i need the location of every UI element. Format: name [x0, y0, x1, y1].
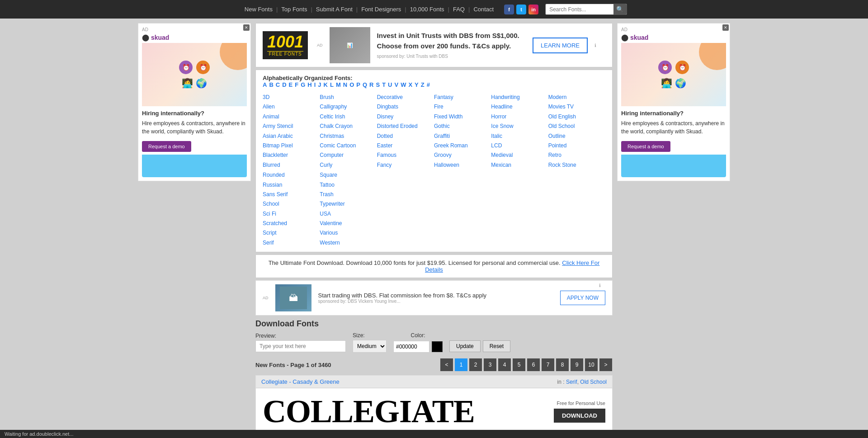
cat-old-school[interactable]: Old School — [548, 122, 605, 131]
alpha-V[interactable]: V — [394, 81, 398, 88]
ad-cta-button[interactable]: Request a demo — [142, 141, 191, 152]
page-7-button[interactable]: 7 — [541, 358, 555, 372]
cat-distorted-eroded[interactable]: Distorted Eroded — [377, 122, 434, 131]
cat-old-english[interactable]: Old English — [548, 112, 605, 121]
cat-movies-tv[interactable]: Movies TV — [548, 102, 605, 111]
cat-alien[interactable]: Alien — [263, 102, 320, 111]
alpha-H[interactable]: H — [307, 81, 311, 88]
alpha-T[interactable]: T — [382, 81, 386, 88]
nav-faq[interactable]: FAQ — [449, 6, 468, 13]
cat-comic-cartoon[interactable]: Comic Cartoon — [320, 141, 377, 150]
page-3-button[interactable]: 3 — [483, 358, 497, 372]
cat-russian[interactable]: Russian — [263, 180, 320, 189]
search-box[interactable]: 🔍 — [545, 4, 627, 15]
preview-input[interactable] — [255, 340, 346, 352]
font-name-collegiate[interactable]: Collegiate - Casady & Greene — [261, 378, 340, 385]
cat-scratched[interactable]: Scratched — [263, 219, 320, 228]
alpha-F[interactable]: F — [295, 81, 298, 88]
cat-fire[interactable]: Fire — [434, 102, 491, 111]
dbs-ad-info-icon[interactable]: ℹ — [599, 283, 601, 288]
nav-font-designers[interactable]: Font Designers — [358, 6, 405, 13]
ad-info-icon[interactable]: ℹ — [594, 43, 596, 48]
cat-blackletter[interactable]: Blackletter — [263, 151, 320, 160]
cat-rock-stone[interactable]: Rock Stone — [548, 160, 605, 170]
cat-modern[interactable]: Modern — [548, 93, 605, 102]
alpha-K[interactable]: K — [324, 81, 328, 88]
cat-famous[interactable]: Famous — [377, 151, 434, 160]
cat-sans-serif[interactable]: Sans Serif — [263, 190, 320, 199]
facebook-icon[interactable]: f — [504, 5, 514, 14]
cat-fixed-width[interactable]: Fixed Width — [434, 112, 491, 121]
cat-chalk-crayon[interactable]: Chalk Crayon — [320, 122, 377, 131]
alpha-Z[interactable]: Z — [421, 81, 425, 88]
twitter-icon[interactable]: t — [516, 5, 526, 14]
cat-dotted[interactable]: Dotted — [377, 132, 434, 141]
cat-celtic-irish[interactable]: Celtic Irish — [320, 112, 377, 121]
cat-dingbats[interactable]: Dingbats — [377, 102, 434, 111]
update-button[interactable]: Update — [449, 340, 481, 352]
cat-animal[interactable]: Animal — [263, 112, 320, 121]
page-1-button[interactable]: 1 — [454, 358, 468, 372]
cat-medieval[interactable]: Medieval — [491, 151, 548, 160]
page-9-button[interactable]: 9 — [570, 358, 584, 372]
prev-page-button[interactable]: < — [440, 358, 453, 372]
cat-square[interactable]: Square — [320, 170, 377, 179]
page-8-button[interactable]: 8 — [556, 358, 569, 372]
right-ad-close-button[interactable]: ✕ — [722, 24, 729, 31]
cat-retro[interactable]: Retro — [548, 151, 605, 160]
cat-brush[interactable]: Brush — [320, 93, 377, 102]
nav-10000-fonts[interactable]: 10,000 Fonts — [406, 6, 448, 13]
cat-calligraphy[interactable]: Calligraphy — [320, 102, 377, 111]
alpha-U[interactable]: U — [388, 81, 392, 88]
search-input[interactable] — [546, 5, 613, 14]
reset-button[interactable]: Reset — [483, 340, 510, 352]
alpha-O[interactable]: O — [349, 81, 354, 88]
alpha-J[interactable]: J — [318, 81, 321, 88]
site-logo[interactable]: 1001 FREE FONTS — [263, 31, 308, 59]
cat-christmas[interactable]: Christmas — [320, 132, 377, 141]
alpha-P[interactable]: P — [356, 81, 360, 88]
cat-gothic[interactable]: Gothic — [434, 122, 491, 131]
cat-outline[interactable]: Outline — [548, 132, 605, 141]
cat-blurred[interactable]: Blurred — [263, 160, 320, 170]
cat-lcd[interactable]: LCD — [491, 141, 548, 150]
alpha-R[interactable]: R — [369, 81, 373, 88]
cat-pointed[interactable]: Pointed — [548, 141, 605, 150]
alpha-C[interactable]: C — [276, 81, 280, 88]
alpha-Y[interactable]: Y — [415, 81, 419, 88]
alpha-B[interactable]: B — [269, 81, 273, 88]
cat-mexican[interactable]: Mexican — [491, 160, 548, 170]
cat-horror[interactable]: Horror — [491, 112, 548, 121]
alpha-D[interactable]: D — [282, 81, 286, 88]
page-4-button[interactable]: 4 — [498, 358, 511, 372]
tag-serif[interactable]: Serif — [566, 379, 577, 385]
cat-western[interactable]: Western — [320, 238, 377, 247]
alpha-hash[interactable]: # — [427, 81, 430, 88]
cat-school[interactable]: School — [263, 199, 320, 208]
cat-tattoo[interactable]: Tattoo — [320, 180, 377, 189]
cat-usa[interactable]: USA — [320, 209, 377, 218]
download-collegiate-button[interactable]: DOWNLOAD — [554, 409, 605, 423]
cat-disney[interactable]: Disney — [377, 112, 434, 121]
cat-bitmap-pixel[interactable]: Bitmap Pixel — [263, 141, 320, 150]
cat-greek-roman[interactable]: Greek Roman — [434, 141, 491, 150]
page-2-button[interactable]: 2 — [469, 358, 482, 372]
page-6-button[interactable]: 6 — [527, 358, 540, 372]
next-page-button[interactable]: > — [599, 358, 613, 372]
cat-script[interactable]: Script — [263, 228, 320, 237]
page-5-button[interactable]: 5 — [512, 358, 526, 372]
cat-fantasy[interactable]: Fantasy — [434, 93, 491, 102]
nav-top-fonts[interactable]: Top Fonts — [278, 6, 311, 13]
alpha-M[interactable]: M — [336, 81, 341, 88]
cat-ice-snow[interactable]: Ice Snow — [491, 122, 548, 131]
cat-asian-arabic[interactable]: Asian Arabic — [263, 132, 320, 141]
alpha-L[interactable]: L — [330, 81, 334, 88]
cat-handwriting[interactable]: Handwriting — [491, 93, 548, 102]
cat-typewriter[interactable]: Typewriter — [320, 199, 377, 208]
color-swatch[interactable] — [432, 341, 443, 352]
cat-groovy[interactable]: Groovy — [434, 151, 491, 160]
cat-3d[interactable]: 3D — [263, 93, 320, 102]
right-ad-cta-button[interactable]: Request a demo — [621, 141, 670, 152]
alpha-W[interactable]: W — [401, 81, 406, 88]
alpha-E[interactable]: E — [289, 81, 293, 88]
